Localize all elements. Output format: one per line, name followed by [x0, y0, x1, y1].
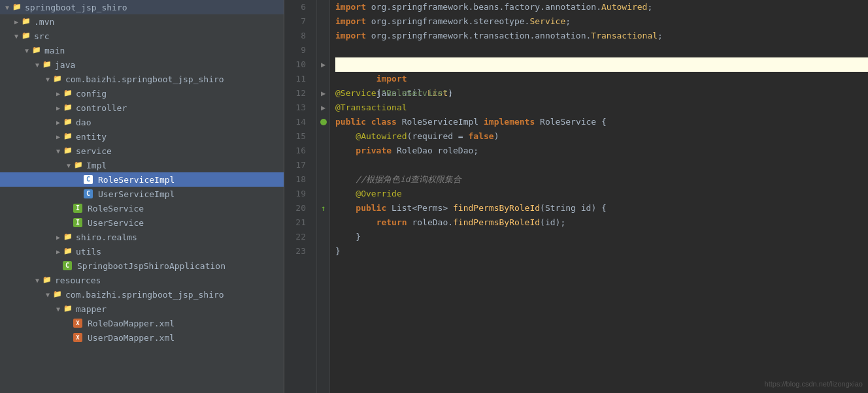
sidebar-item-src[interactable]: ▼ 📁 src	[0, 29, 284, 43]
roledaomapper-label: RoleDaoMapper.xml	[88, 319, 284, 328]
line-num-20: 20	[284, 201, 311, 215]
kw-import-7: import	[335, 14, 371, 29]
controller-arrow: ▶	[54, 104, 63, 112]
sidebar-item-com-baizhi[interactable]: ▼ 📁 com.baizhi.springboot_jsp_shiro	[0, 72, 284, 86]
code-line-16: private RoleDao roleDao ;	[335, 144, 868, 158]
gutter-10[interactable]: ▶	[317, 57, 329, 72]
sidebar-item-roleserviceimpl[interactable]: ▶ C RoleServiceImpl	[0, 172, 284, 187]
ns-7: org.springframework.stereotype.	[371, 14, 530, 29]
sidebar-item-com-baizhi-res[interactable]: ▼ 📁 com.baizhi.springboot_jsp_shiro	[0, 287, 284, 302]
mapper-arrow: ▼	[54, 306, 63, 313]
obj-21: roleDao	[412, 215, 448, 230]
kw-import-10: import	[376, 74, 412, 84]
sidebar-item-config[interactable]: ▶ 📁 config	[0, 86, 284, 101]
kw-import-8: import	[335, 29, 371, 43]
anno-15: @Autowired	[356, 129, 407, 144]
gutter-21	[317, 215, 329, 230]
param-15: required	[412, 129, 453, 144]
sidebar-item-userservice[interactable]: ▶ I UserService	[0, 215, 284, 230]
mapper-label: mapper	[76, 304, 284, 314]
code-content: import org.springframework.beans.factory…	[330, 0, 868, 393]
root-label: springboot_jsp_shiro	[25, 3, 284, 12]
code-line-11	[335, 72, 868, 86]
impl-arrow: ▼	[64, 162, 73, 169]
line-num-15: 15	[284, 129, 311, 144]
tree-root[interactable]: ▼ 📁 springboot_jsp_shiro	[0, 0, 284, 14]
com-baizhi-label: com.baizhi.springboot_jsp_shiro	[65, 74, 284, 84]
line-num-23: 23	[284, 244, 311, 259]
kw-false-15: false	[469, 129, 494, 144]
controller-label: controller	[76, 103, 284, 113]
com-baizhi-res-arrow: ▼	[43, 291, 52, 298]
method-20: findPermsByRoleId	[453, 201, 540, 215]
springboot-app-label: SpringbootJspShiroApplication	[77, 261, 284, 271]
var-16: roleDao	[438, 144, 474, 158]
service-arrow: ▼	[54, 148, 63, 155]
code-line-15: @Autowired ( required = false )	[335, 129, 868, 144]
roleservice-interface-icon: I	[73, 204, 82, 213]
sidebar-item-java[interactable]: ▼ 📁 java	[0, 57, 284, 72]
sidebar-item-springboot-app[interactable]: ▶ C SpringbootJspShiroApplication	[0, 259, 284, 273]
line-num-13: 13	[284, 101, 311, 115]
sidebar-item-service[interactable]: ▼ 📁 service	[0, 144, 284, 158]
sidebar-item-shiro-realms[interactable]: ▶ 📁 shiro.realms	[0, 230, 284, 244]
userserviceimpl-class-icon: C	[84, 189, 93, 198]
sidebar-item-utils[interactable]: ▶ 📁 utils	[0, 244, 284, 259]
gutter-7	[317, 14, 329, 29]
entity-arrow: ▶	[54, 133, 63, 140]
code-line-7: import org.springframework.stereotype.Se…	[335, 14, 868, 29]
gutter-19	[317, 187, 329, 201]
root-arrow: ▼	[3, 4, 12, 11]
line-num-14: 14	[284, 115, 311, 129]
sidebar-item-userdaomapper[interactable]: ▶ X UserDaoMapper.xml	[0, 330, 284, 345]
ns-8: org.springframework.transaction.annotati…	[371, 29, 592, 43]
gutter: ▶ ▶ ▶ ↑	[317, 0, 330, 393]
com-baizhi-arrow: ▼	[43, 76, 52, 83]
sidebar-item-mvn[interactable]: ▶ 📁 .mvn	[0, 14, 284, 29]
src-label: src	[34, 31, 284, 41]
java-folder-icon: 📁	[42, 59, 52, 70]
java-label: java	[55, 60, 284, 70]
interface-14: RoleService	[540, 115, 601, 129]
code-line-20: public List<Perms> findPermsByRoleId ( S…	[335, 201, 868, 215]
code-line-8: import org.springframework.transaction.a…	[335, 29, 868, 43]
shiro-realms-label: shiro.realms	[76, 232, 284, 242]
class-7: Service	[529, 14, 565, 29]
mapper-folder-icon: 📁	[63, 304, 73, 314]
file-tree[interactable]: ▼ 📁 springboot_jsp_shiro ▶ 📁 .mvn ▼ 📁 sr…	[0, 0, 284, 393]
sidebar-item-impl[interactable]: ▼ 📁 Impl	[0, 158, 284, 172]
utils-arrow: ▶	[54, 248, 63, 255]
type-16: RoleDao	[397, 144, 438, 158]
userdaomapper-xml-icon: X	[73, 333, 82, 342]
sidebar-item-roledaomapper[interactable]: ▶ X RoleDaoMapper.xml	[0, 316, 284, 330]
code-line-18: //根据角色id查询权限集合	[335, 172, 868, 187]
class-8: Transactional	[591, 29, 658, 43]
sidebar-item-main[interactable]: ▼ 📁 main	[0, 43, 284, 57]
line-num-17: 17	[284, 158, 311, 172]
kw-implements-14: implements	[484, 115, 540, 129]
resources-label: resources	[55, 275, 284, 285]
com-baizhi-res-label: com.baizhi.springboot_jsp_shiro	[65, 290, 284, 300]
gutter-12[interactable]: ▶	[317, 86, 329, 101]
sidebar-item-mapper[interactable]: ▼ 📁 mapper	[0, 302, 284, 316]
watermark: https://blog.csdn.net/lizongxiao	[765, 380, 863, 388]
line-num-7: 7	[284, 14, 311, 29]
sidebar-item-dao[interactable]: ▶ 📁 dao	[0, 115, 284, 129]
config-arrow: ▶	[54, 90, 63, 97]
anno-19: @Override	[356, 187, 401, 201]
sidebar-item-userserviceimpl[interactable]: ▶ C UserServiceImpl	[0, 187, 284, 201]
sidebar-item-entity[interactable]: ▶ 📁 entity	[0, 129, 284, 144]
gutter-9	[317, 43, 329, 57]
sidebar-item-controller[interactable]: ▶ 📁 controller	[0, 101, 284, 115]
userservice-label: UserService	[88, 218, 284, 228]
dao-label: dao	[76, 118, 284, 127]
code-line-22: }	[335, 230, 868, 244]
sidebar-item-resources[interactable]: ▼ 📁 resources	[0, 273, 284, 287]
up-arrow-20: ↑	[321, 204, 326, 213]
sidebar-item-roleservice[interactable]: ▶ I RoleService	[0, 201, 284, 215]
gutter-13[interactable]: ▶	[317, 101, 329, 115]
gutter-22	[317, 230, 329, 244]
anno-13: @Transactional	[335, 101, 407, 115]
line-num-22: 22	[284, 230, 311, 244]
line-num-16: 16	[284, 144, 311, 158]
